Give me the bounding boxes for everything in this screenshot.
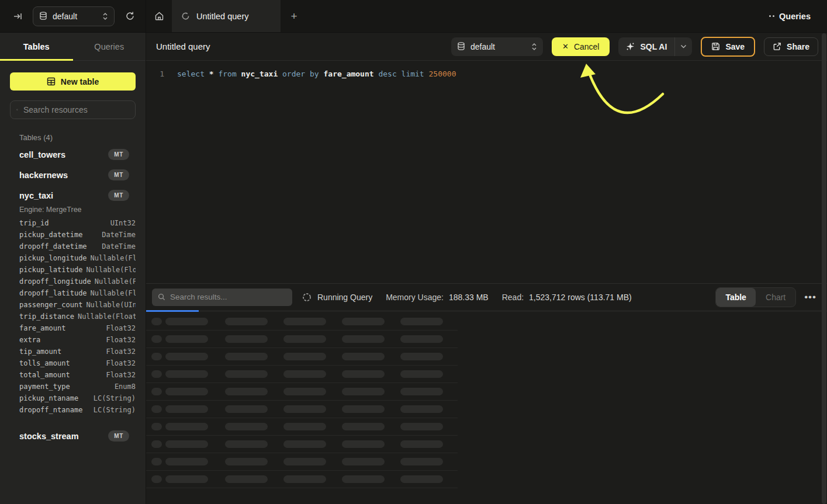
share-label: Share [787, 42, 809, 51]
top-bar: default [0, 0, 827, 33]
new-tab-button[interactable]: + [281, 0, 307, 32]
queries-link-label: Queries [779, 12, 811, 21]
skeleton-cell [151, 440, 162, 448]
column-name: trip_id [19, 219, 49, 227]
column-name: pickup_longitude [19, 254, 87, 262]
table-column-row: passenger_countNullable(UIn [10, 301, 136, 312]
search-icon [158, 293, 165, 301]
vertical-scrollbar[interactable] [822, 33, 826, 504]
view-toggle-table[interactable]: Table [716, 288, 756, 307]
skeleton-row [146, 348, 458, 366]
sql-code-line: 1 select * from nyc_taxi order by fare_a… [156, 68, 827, 79]
table-column-row: tip_amountFloat32 [10, 347, 136, 359]
column-type: Float32 [106, 371, 136, 379]
share-button[interactable]: Share [764, 37, 818, 56]
table-column-row: tolls_amountFloat32 [10, 359, 136, 371]
resource-search-input[interactable] [23, 105, 129, 114]
skeleton-cell [283, 475, 326, 483]
table-name: hackernews [19, 171, 68, 180]
table-column-row: dropoff_ntanameLC(String) [10, 406, 136, 418]
cancel-button[interactable]: ✕ Cancel [552, 37, 610, 56]
table-column-row: pickup_datetimeDateTime [10, 231, 136, 242]
sidebar-tab-tables[interactable]: Tables [0, 33, 73, 60]
status-text: Running Query [317, 293, 372, 302]
skeleton-cell [151, 388, 162, 395]
skeleton-cell [342, 458, 385, 465]
table-list-item[interactable]: cell_towersMT [10, 144, 136, 165]
skeleton-cell [400, 370, 443, 378]
database-icon [457, 42, 465, 51]
query-tab-active[interactable]: Untitled query [172, 0, 281, 32]
database-selector[interactable]: default [33, 6, 115, 26]
skeleton-row [146, 418, 458, 436]
table-name: nyc_taxi [19, 191, 53, 200]
skeleton-cell [151, 458, 162, 465]
skeleton-cell [342, 423, 385, 430]
column-type: Nullable(UIn [86, 301, 136, 309]
chevron-down-icon [680, 44, 687, 48]
queries-link[interactable]: Queries [769, 12, 811, 21]
query-progress-bar [146, 310, 199, 312]
database-icon [39, 12, 47, 20]
skeleton-row [146, 436, 458, 453]
save-label: Save [725, 42, 745, 51]
column-type: DateTime [102, 231, 136, 239]
database-selector-value: default [53, 12, 97, 21]
home-button[interactable] [146, 0, 172, 32]
query-tab-label: Untitled query [196, 12, 248, 21]
sql-editor[interactable]: 1 select * from nyc_taxi order by fare_a… [146, 61, 827, 283]
column-name: dropoff_ntaname [19, 406, 82, 414]
table-list-item[interactable]: nyc_taxiMT [10, 185, 136, 206]
skeleton-cell [283, 353, 326, 360]
sql-token-kw: select [177, 69, 209, 78]
column-type: Float32 [106, 324, 136, 332]
skeleton-cell [165, 423, 208, 430]
skeleton-cell [283, 335, 326, 343]
column-name: total_amount [19, 371, 70, 379]
column-type: Enum8 [115, 383, 136, 391]
new-table-button[interactable]: New table [10, 72, 136, 91]
table-column-row: pickup_longitudeNullable(Fl [10, 254, 136, 266]
table-engine-detail: Engine: MergeTree [19, 206, 136, 214]
column-name: passenger_count [19, 301, 82, 309]
skeleton-row [146, 366, 458, 383]
topbar-right-section: Queries [769, 0, 827, 32]
column-type: DateTime [102, 242, 136, 251]
topbar-left-section: default [0, 0, 146, 32]
active-tab-underline [0, 59, 73, 61]
column-type: Nullable(Fl [91, 254, 136, 262]
skeleton-cell [225, 475, 268, 483]
table-list-item[interactable]: stocks_streamMT [10, 426, 136, 446]
sql-token-id: * [209, 69, 219, 78]
sql-token-kw: from [218, 69, 241, 78]
table-list-item[interactable]: hackernewsMT [10, 165, 136, 185]
column-type: Nullable(Flo [86, 266, 136, 274]
sql-ai-dropdown[interactable] [675, 44, 692, 48]
skeleton-cell [283, 318, 326, 325]
table-column-row: dropoff_longitudeNullable(F [10, 277, 136, 289]
skeleton-cell [165, 318, 208, 325]
collapse-sidebar-button[interactable] [11, 9, 25, 23]
table-column-row: dropoff_latitudeNullable(Fl [10, 289, 136, 301]
sidebar-tab-queries[interactable]: Queries [73, 33, 146, 60]
read-stat: Read: 1,523,712 rows (113.71 MB) [502, 293, 632, 302]
column-type: UInt32 [110, 219, 136, 227]
search-icon [16, 106, 18, 114]
skeleton-cell [342, 388, 385, 395]
skeleton-cell [283, 388, 326, 395]
results-search-input[interactable] [170, 293, 286, 301]
column-name: payment_type [19, 383, 70, 391]
skeleton-cell [400, 458, 443, 465]
view-toggle-chart[interactable]: Chart [756, 288, 795, 307]
sql-ai-button[interactable]: SQL AI [618, 37, 692, 56]
save-button[interactable]: Save [701, 37, 755, 57]
query-database-value: default [470, 42, 526, 51]
refresh-button[interactable] [123, 9, 137, 23]
query-database-selector[interactable]: default [451, 37, 543, 56]
skeleton-cell [342, 405, 385, 413]
sidebar: Tables Queries New table [0, 33, 146, 504]
more-options-button[interactable]: ••• [804, 292, 816, 302]
memory-usage-value: 188.33 MB [449, 293, 489, 302]
share-icon [773, 42, 781, 51]
skeleton-cell [225, 335, 268, 343]
